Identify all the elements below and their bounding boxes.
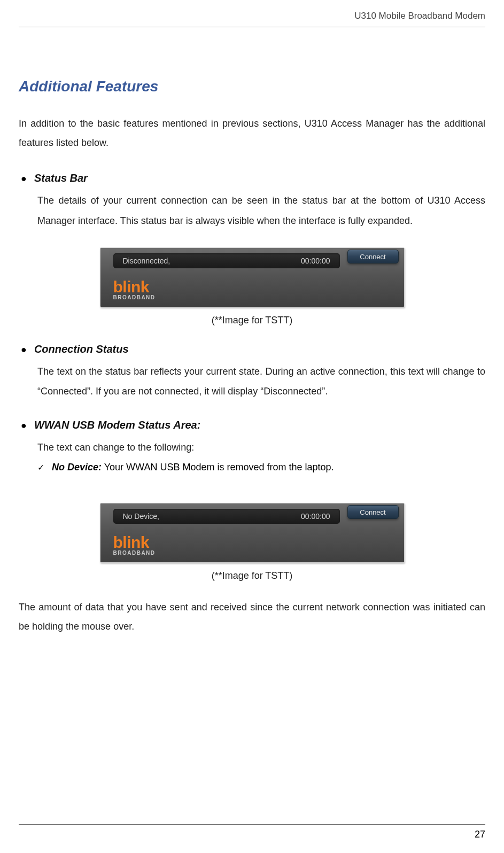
bullet-title-status-bar: Status Bar xyxy=(34,172,88,184)
brand-main-text: blink xyxy=(113,535,156,549)
brand-main-text: blink xyxy=(113,280,156,294)
closing-paragraph: The amount of data that you have sent an… xyxy=(19,598,485,636)
connect-button[interactable]: Connect xyxy=(347,250,399,263)
bullet-icon: ● xyxy=(21,342,27,358)
section-title: Additional Features xyxy=(19,78,485,95)
sub-bullet-no-device: ✓ No Device: Your WWAN USB Modem is remo… xyxy=(37,458,485,476)
bullet-status-bar: ● Status Bar The details of your current… xyxy=(19,171,485,231)
check-icon: ✓ xyxy=(37,462,44,472)
bullet-wwan: ● WWAN USB Modem Status Area: The text c… xyxy=(19,418,485,476)
page-number: 27 xyxy=(475,829,485,840)
status-strip: Disconnected, 00:00:00 xyxy=(113,253,340,268)
bullet-icon: ● xyxy=(21,418,27,433)
status-time: 00:00:00 xyxy=(301,512,330,521)
status-time: 00:00:00 xyxy=(301,257,330,265)
page-footer: 27 xyxy=(19,824,485,840)
header-title: U310 Mobile Broadband Modem xyxy=(354,11,485,21)
status-text: Disconnected, xyxy=(123,257,170,265)
page-header: U310 Mobile Broadband Modem xyxy=(19,11,485,27)
brand-sub-text: BROADBAND xyxy=(113,294,156,300)
bullet-title-wwan: WWAN USB Modem Status Area: xyxy=(34,419,201,431)
bullet-connection-status: ● Connection Status The text on the stat… xyxy=(19,342,485,402)
sub-bullet-text: No Device: Your WWAN USB Modem is remove… xyxy=(52,458,334,476)
connect-button[interactable]: Connect xyxy=(347,505,399,519)
figure-status-bar-disconnected: Disconnected, 00:00:00 blink BROADBAND C… xyxy=(100,247,405,307)
bullet-icon: ● xyxy=(21,171,27,187)
bullet-body-connection-status: The text on the status bar reflects your… xyxy=(37,362,485,402)
figure2-caption: (**Image for TSTT) xyxy=(19,570,485,581)
sub-bullet-desc: Your WWAN USB Modem is removed from the … xyxy=(102,462,334,472)
brand-logo: blink BROADBAND xyxy=(113,280,156,300)
intro-paragraph: In addition to the basic features mentio… xyxy=(19,114,485,152)
bullet-body-wwan: The text can change to the following: xyxy=(37,438,485,458)
status-strip: No Device, 00:00:00 xyxy=(113,509,340,524)
sub-bullet-label: No Device: xyxy=(52,462,102,472)
bullet-title-connection-status: Connection Status xyxy=(34,343,129,355)
status-text: No Device, xyxy=(123,512,159,521)
bullet-body-status-bar: The details of your current connection c… xyxy=(37,191,485,231)
brand-logo: blink BROADBAND xyxy=(113,535,156,556)
figure-status-bar-no-device: No Device, 00:00:00 blink BROADBAND Conn… xyxy=(100,503,405,563)
figure1-caption: (**Image for TSTT) xyxy=(19,315,485,326)
brand-sub-text: BROADBAND xyxy=(113,550,156,556)
